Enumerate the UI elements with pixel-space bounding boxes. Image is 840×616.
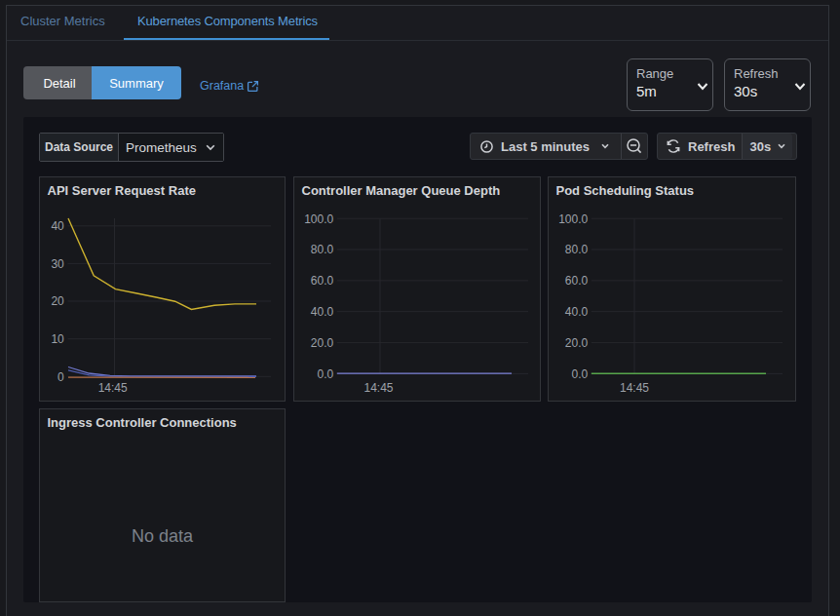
svg-text:10: 10 — [51, 332, 64, 346]
svg-text:40.0: 40.0 — [565, 305, 589, 319]
svg-text:80.0: 80.0 — [565, 243, 589, 256]
svg-text:40: 40 — [51, 219, 64, 233]
svg-text:60.0: 60.0 — [311, 274, 334, 288]
svg-text:14:45: 14:45 — [620, 381, 649, 395]
svg-text:14:45: 14:45 — [363, 381, 393, 395]
svg-text:80.0: 80.0 — [311, 243, 334, 256]
svg-text:100.0: 100.0 — [558, 212, 588, 226]
svg-text:100.0: 100.0 — [304, 212, 333, 226]
svg-text:20.0: 20.0 — [565, 336, 589, 350]
svg-text:20.0: 20.0 — [311, 336, 334, 350]
svg-text:40.0: 40.0 — [311, 305, 334, 319]
svg-text:60.0: 60.0 — [565, 274, 589, 288]
svg-text:0.0: 0.0 — [572, 367, 589, 381]
svg-text:0.0: 0.0 — [318, 367, 334, 381]
svg-text:30: 30 — [51, 257, 64, 271]
svg-text:0: 0 — [57, 370, 64, 384]
svg-text:20: 20 — [51, 294, 64, 308]
svg-text:14:45: 14:45 — [98, 381, 128, 395]
